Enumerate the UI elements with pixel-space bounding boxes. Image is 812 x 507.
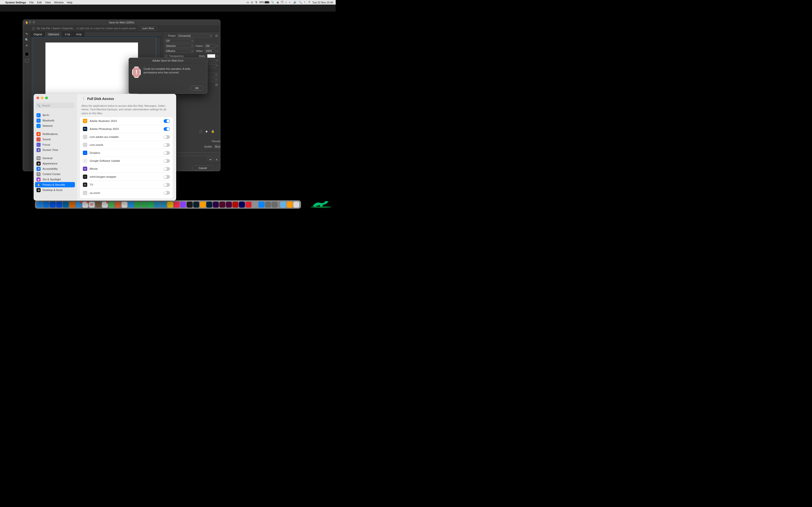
sidebar-item-appearance[interactable]: ◑Appearance [35, 161, 75, 166]
ct-icon[interactable]: ◆ [205, 130, 208, 133]
first-frame-button[interactable]: ◂◂ [208, 158, 213, 161]
format-select[interactable]: GIF▾ [165, 39, 194, 43]
toggle-slices-icon[interactable] [25, 59, 29, 62]
dock-ps-icon[interactable] [206, 202, 212, 208]
dock-cc-icon[interactable] [245, 202, 251, 208]
tab-optimized[interactable]: Optimized [45, 32, 62, 37]
preset-menu-icon[interactable] [215, 35, 218, 37]
bluetooth-icon[interactable]: ᚼ [285, 1, 287, 4]
dock-contacts-icon[interactable] [95, 202, 101, 208]
tab-2up[interactable]: 2-Up [62, 32, 73, 37]
app-toggle[interactable] [164, 151, 170, 155]
status-sync-icon[interactable]: ⇅ [255, 1, 257, 4]
dock-reminders-icon[interactable]: 8 [102, 202, 108, 208]
sidebar-item-general[interactable]: ⚙General [35, 156, 75, 161]
tab-4up[interactable]: 4-Up [73, 32, 85, 37]
color-reduction-select[interactable]: Selective▾ [165, 44, 194, 48]
sidebar-item-wifi[interactable]: ᯤWi-Fi [35, 113, 75, 118]
volume-icon[interactable]: 🔊 [293, 1, 297, 4]
zoom-tool-icon[interactable]: 🔍 [24, 38, 29, 42]
play-button[interactable]: ▸ [220, 158, 220, 161]
dnd-moon-icon[interactable]: ☾ [304, 1, 306, 4]
sidebar-item-bluetooth[interactable]: ᚼBluetooth [35, 118, 75, 123]
eyedropper-color-swatch[interactable] [25, 52, 29, 56]
transparency-checkbox[interactable]: ✓ [165, 55, 167, 57]
dock-bridge-icon[interactable] [187, 202, 193, 208]
dock-ae-icon[interactable] [239, 202, 245, 208]
dock-lrc-icon[interactable] [193, 202, 199, 208]
ct-icon[interactable]: ⬚ [199, 130, 202, 133]
app-toggle[interactable] [164, 127, 170, 131]
dither-method-select[interactable]: Diffusion▾ [165, 49, 194, 53]
app-toggle[interactable] [164, 175, 170, 179]
status-clip-icon[interactable]: 📎 [271, 1, 274, 4]
dock-settings-icon[interactable] [252, 202, 258, 208]
full-disk-access-app-list[interactable]: AiAdobe Illustrator 2023PsAdobe Photosho… [80, 117, 173, 198]
app-toggle[interactable] [164, 159, 170, 163]
dock-trash-icon[interactable] [293, 202, 299, 208]
app-toggle[interactable] [164, 135, 170, 139]
dock-facetime-icon[interactable] [141, 202, 147, 208]
back-button-icon[interactable]: 〈 [81, 96, 85, 102]
dock-finder-icon[interactable] [37, 202, 43, 208]
app-toggle[interactable] [164, 143, 170, 147]
sidebar-item-notifications[interactable]: 🔔Notifications [35, 131, 75, 137]
wifi-icon[interactable]: ᯤ [289, 1, 292, 4]
dither-input[interactable]: 100% [205, 49, 215, 53]
dock-notes-icon[interactable] [167, 202, 173, 208]
dock-mail-icon[interactable]: 9 [75, 202, 82, 208]
preset-select[interactable]: [Unnamed]▾ [177, 34, 212, 38]
dock-safari-icon[interactable] [128, 202, 134, 208]
minimize-button-icon[interactable] [41, 97, 44, 99]
dock-chrome-icon[interactable] [121, 202, 128, 208]
sidebar-item-sound[interactable]: 🔊Sound [35, 137, 75, 142]
stage-manager-icon[interactable]: ❐ [281, 1, 283, 4]
status-icon[interactable]: ▭ [247, 1, 249, 4]
dock[interactable]: 9●228 [35, 201, 301, 209]
dock-xd-icon[interactable] [226, 202, 232, 208]
close-button-icon[interactable] [37, 97, 39, 99]
dock-fontbook-icon[interactable] [271, 202, 277, 208]
dock-firefox-icon[interactable] [115, 202, 121, 208]
menu-help[interactable]: Help [67, 1, 72, 4]
tab-original[interactable]: Original [31, 32, 45, 37]
dock-calendar-icon[interactable]: 22 [89, 202, 95, 208]
hand-tool-icon[interactable]: ✋ [26, 21, 28, 24]
menu-view[interactable]: View [45, 1, 51, 4]
dock-slack-icon[interactable]: ● [82, 202, 88, 208]
menu-window[interactable]: Window [54, 1, 63, 4]
slice-tool-icon[interactable]: ✎ [24, 32, 29, 36]
app-toggle[interactable] [164, 191, 170, 194]
matte-swatch[interactable] [207, 54, 215, 58]
dock-zoom-icon[interactable] [56, 202, 62, 208]
sfw-zoom-icon[interactable] [33, 21, 35, 23]
dock-trello-icon[interactable] [63, 202, 69, 208]
control-center-icon[interactable]: ⠿ [308, 1, 310, 4]
settings-search-input[interactable]: 🔍 Search [36, 103, 74, 108]
dock-messages-icon[interactable] [134, 202, 140, 208]
ct-lock-icon[interactable]: 🔒 [211, 130, 215, 133]
app-toggle[interactable] [164, 167, 170, 171]
dock-doc-ai-icon[interactable] [287, 202, 293, 208]
done-button[interactable]: Done [217, 165, 220, 171]
menu-file[interactable]: File [30, 1, 34, 4]
dock-telegram-icon[interactable] [154, 202, 160, 208]
spotlight-icon[interactable]: 🔍 [299, 1, 302, 4]
app-toggle[interactable] [164, 119, 170, 123]
dock-airdrop-icon[interactable] [258, 202, 264, 208]
dock-acrobat-icon[interactable] [232, 202, 238, 208]
dock-maps-icon[interactable] [108, 202, 114, 208]
zoom-button-icon[interactable] [45, 97, 48, 99]
color-table-menu-icon[interactable] [215, 84, 218, 86]
cancel-button[interactable]: Cancel [192, 165, 213, 171]
sidebar-item-siri[interactable]: ◉Siri & Spotlight [35, 177, 75, 182]
app-toggle[interactable] [164, 183, 170, 187]
dock-ai-icon[interactable] [200, 202, 206, 208]
dock-id-icon[interactable] [219, 202, 225, 208]
dock-spark-icon[interactable] [160, 202, 166, 208]
menu-edit[interactable]: Edit [37, 1, 42, 4]
dock-podcasts-icon[interactable] [180, 202, 186, 208]
status-display-icon[interactable]: 🖥 [276, 1, 279, 4]
sidebar-item-screentime[interactable]: ⏳Screen Time [35, 147, 75, 153]
dock-folder-icon[interactable] [280, 202, 286, 208]
